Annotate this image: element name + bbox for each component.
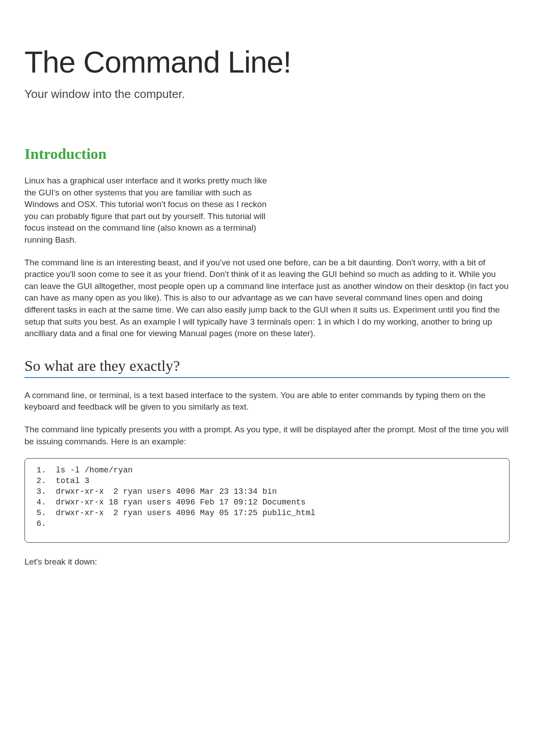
terminal-example: ls -l /home/ryan total 3 drwxr-xr-x 2 ry… (24, 458, 510, 543)
terminal-line: drwxr-xr-x 2 ryan users 4096 Mar 23 13:3… (36, 486, 500, 497)
section-heading-what-are-they: So what are they exactly? (24, 358, 510, 378)
terminal-line: drwxr-xr-x 18 ryan users 4096 Feb 17 09:… (36, 497, 500, 508)
terminal-line (36, 518, 500, 529)
intro-paragraph-2: The command line is an interesting beast… (24, 257, 510, 340)
terminal-line: drwxr-xr-x 2 ryan users 4096 May 05 17:2… (36, 508, 500, 518)
terminal-line: ls -l /home/ryan (36, 465, 500, 476)
what-paragraph-2: The command line typically presents you … (24, 424, 510, 447)
what-paragraph-3: Let's break it down: (24, 556, 510, 568)
page-subtitle: Your window into the computer. (24, 87, 510, 101)
terminal-line: total 3 (36, 476, 500, 486)
section-heading-introduction: Introduction (24, 146, 510, 163)
intro-paragraph-1: Linux has a graphical user interface and… (24, 175, 274, 246)
page-title: The Command Line! (24, 45, 510, 79)
what-paragraph-1: A command line, or terminal, is a text b… (24, 390, 510, 413)
